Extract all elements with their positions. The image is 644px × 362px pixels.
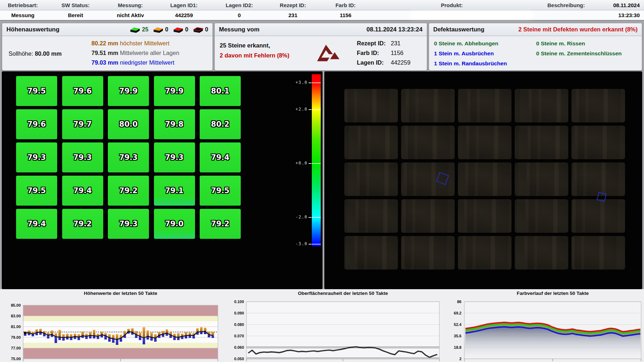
heatmap-stone: 79.3 (154, 142, 195, 172)
heatmap-stone-value: 79.2 (119, 186, 138, 195)
camera-stone (401, 126, 455, 159)
statusbar-value-7 (371, 10, 532, 20)
id-label: Rezept ID: (357, 39, 391, 48)
camera-stone (458, 162, 511, 196)
brick-count: 25 (142, 26, 148, 33)
statusbar-value-5: 231 (266, 10, 320, 20)
heatmap-stone: 79.0 (154, 209, 195, 239)
heatmap-stone: 79.6 (62, 76, 103, 106)
color-scale-tick-label: -3.0 (295, 242, 308, 247)
measurement-panel: Messung vom 08.11.2024 13:23:24 25 Stein… (214, 23, 427, 71)
heatmap-stone: 79.7 (62, 109, 103, 139)
heatmap-stone: 79.9 (108, 76, 149, 106)
measurement-header: Messung vom 08.11.2024 13:23:24 (215, 23, 427, 36)
height-stat-line-2: 79.03 mm niedrigster Mittelwert (91, 58, 179, 67)
camera-stone (458, 89, 511, 122)
company-logo-icon (315, 41, 340, 65)
heatmap-stone: 79.2 (200, 209, 241, 239)
heatmap-stone-value: 79.5 (28, 87, 46, 95)
camera-stone (344, 126, 398, 159)
defect-evaluation-panel: Defektauswertung 2 Steine mit Defekten w… (429, 23, 642, 71)
svg-text:0.090: 0.090 (234, 311, 244, 315)
defect-alert-text: 2 Steine mit Defekten wurden erkannt (8%… (518, 26, 638, 33)
height-evaluation-body: Sollhöhe: 80.00 mm 80.22 mm höchster Mit… (2, 36, 213, 70)
id-value: 231 (391, 40, 401, 46)
heatmap-stone-value: 79.3 (28, 153, 46, 162)
svg-text:79.00: 79.00 (11, 335, 21, 340)
heatmap-stone-value: 79.2 (73, 220, 92, 228)
measurement-ids: Rezept ID:231Farb ID:1156Lagen ID:442259 (357, 39, 410, 67)
statusbar-value-6: 1156 (320, 10, 371, 20)
height-stat-value: 79.51 mm (91, 50, 118, 56)
camera-stone (515, 236, 568, 270)
trend-charts: Höhenwerte der letzten 50 Takte85.0083.0… (0, 289, 644, 362)
brick-count: 0 (185, 26, 188, 33)
height-stat-label: Mittelwerte aller Lagen (118, 50, 179, 56)
color-scale-tick-label: +0.0 (295, 161, 308, 166)
heatmap-stone-value: 79.9 (119, 87, 138, 95)
heatmap-stone: 80.1 (200, 76, 241, 106)
heatmap-stone-value: 79.3 (73, 153, 92, 162)
color-scale-tick-label: +2.0 (295, 107, 308, 112)
statusbar-label-5: Rezept ID: (266, 0, 320, 10)
svg-text:85.00: 85.00 (11, 303, 21, 307)
brick-red-icon (173, 26, 184, 33)
heatmap-stone: 79.5 (16, 76, 57, 106)
status-bar-values: MessungBereitnicht Aktiv4422590231115613… (0, 10, 644, 20)
heatmap-stone: 79.3 (62, 142, 103, 172)
heatmap-stone: 80.2 (200, 109, 241, 139)
statusbar-label-9: 08.11.2024 (600, 0, 644, 10)
heatmap-stone: 79.2 (62, 209, 103, 239)
height-evaluation-header: Höhenauswertung 25000 (2, 23, 213, 36)
svg-text:Höhenwerte der letzten 50 Takt: Höhenwerte der letzten 50 Takte (84, 291, 158, 296)
brick-count: 0 (165, 26, 168, 33)
heatmap-stone-value: 80.2 (211, 120, 230, 129)
defect-list-left: 0 Steine m. Abhebungen1 Stein m. Ausbrüc… (434, 39, 507, 69)
svg-text:35.6: 35.6 (454, 334, 461, 338)
camera-stone (571, 126, 625, 159)
svg-text:83.00: 83.00 (11, 314, 21, 318)
height-stat-value: 80.22 mm (91, 40, 118, 46)
svg-text:2: 2 (459, 357, 461, 361)
camera-stone (401, 89, 455, 122)
measurement-id-line-2: Lagen ID:442259 (357, 58, 410, 67)
heatmap-stone: 79.1 (154, 176, 195, 206)
heatmap-stone: 79.4 (200, 142, 241, 172)
svg-text:18.8: 18.8 (454, 345, 461, 350)
statusbar-value-2: nicht Aktiv (105, 10, 155, 20)
camera-stone (458, 126, 511, 159)
height-statistics: 80.22 mm höchster Mittelwert79.51 mm Mit… (91, 39, 179, 67)
height-stat-label: höchster Mittelwert (118, 40, 169, 46)
color-scale-tick (312, 244, 321, 245)
redacted-product-value (409, 11, 534, 19)
heatmap-stone-value: 80.0 (119, 120, 138, 129)
stones-faulty-text: 2 davon mit Fehlern (8%) (220, 50, 289, 60)
heatmap-stone: 79.4 (16, 209, 57, 239)
color-scale-tick (312, 217, 321, 218)
statusbar-value-4: 0 (213, 10, 266, 20)
defect-evaluation-header: Defektauswertung 2 Steine mit Defekten w… (429, 23, 642, 36)
statusbar-label-6: Farb ID: (320, 0, 371, 10)
camera-stone (571, 236, 625, 270)
color-scale-tick-dash (309, 82, 311, 83)
hmi-dashboard: { "topbar": { "columns": [ {"label": "Be… (0, 0, 644, 362)
heatmap-stone-value: 79.4 (73, 186, 92, 195)
height-stat-label: niedrigster Mittelwert (118, 59, 174, 66)
camera-stone (458, 236, 511, 270)
measurement-id-line-0: Rezept ID:231 (357, 39, 410, 48)
id-value: 442259 (391, 59, 410, 66)
id-label: Farb ID: (357, 48, 391, 58)
camera-stone (571, 162, 625, 196)
statusbar-label-3: Lagen ID1: (155, 0, 213, 10)
heatmap-stone-value: 79.6 (28, 120, 46, 129)
brick-orange-icon (153, 26, 164, 33)
camera-stone (401, 199, 455, 233)
heatmap-stone: 79.6 (16, 109, 57, 139)
color-scale-tick-dash (309, 163, 311, 164)
statusbar-label-4: Lagen ID2: (213, 0, 266, 10)
target-height-label: Sollhöhe: (9, 50, 35, 57)
camera-stone (344, 236, 398, 270)
heatmap-stone-value: 79.0 (165, 220, 184, 228)
height-stat-line-0: 80.22 mm höchster Mittelwert (91, 39, 179, 48)
heatmap-stone: 79.5 (200, 176, 241, 206)
